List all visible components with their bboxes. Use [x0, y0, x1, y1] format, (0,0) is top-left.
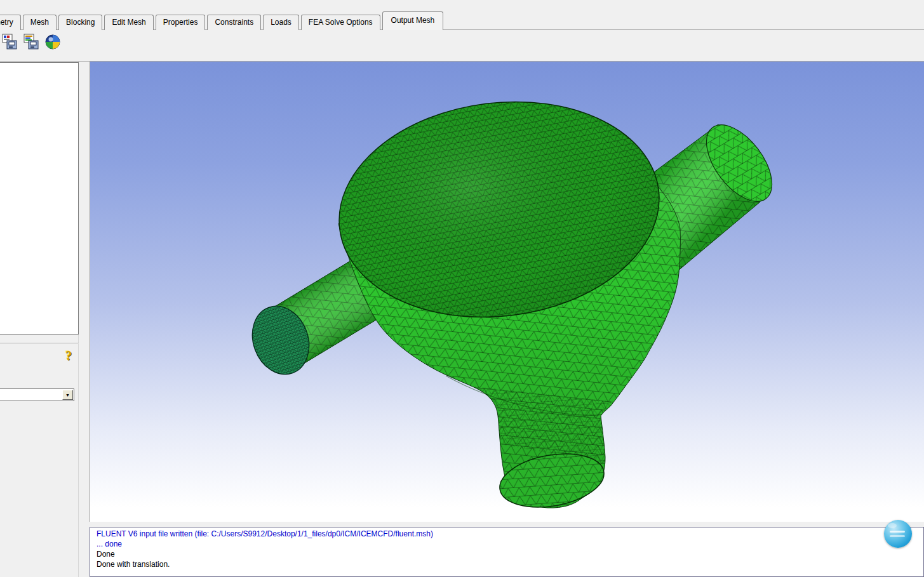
tab-edit-mesh[interactable]: Edit Mesh — [104, 15, 153, 30]
tab-fea-solve-options[interactable]: FEA Solve Options — [301, 15, 380, 30]
message-log[interactable]: FLUENT V6 input file written (file: C:/U… — [90, 527, 924, 577]
tab-bar: Geometry Mesh Blocking Edit Mesh Propert… — [0, 13, 445, 30]
tab-output-mesh[interactable]: Output Mesh — [382, 11, 444, 30]
blue-sphere-icon — [884, 520, 912, 548]
selection-dropdown[interactable]: ▼ — [0, 388, 74, 401]
tab-constraints[interactable]: Constraints — [207, 15, 261, 30]
output-toolbar — [1, 34, 62, 53]
select-solver-icon[interactable] — [1, 34, 18, 50]
tab-geometry[interactable]: Geometry — [0, 15, 21, 30]
write-input-icon[interactable] — [44, 34, 62, 50]
3d-viewport[interactable] — [90, 62, 924, 522]
model-tree-panel[interactable] — [0, 62, 79, 335]
meshed-tee-model[interactable] — [90, 62, 924, 522]
chevron-down-icon[interactable]: ▼ — [62, 390, 73, 400]
boundary-conditions-icon[interactable] — [23, 34, 40, 50]
tab-loads[interactable]: Loads — [263, 15, 299, 30]
log-line: Done — [97, 549, 923, 559]
tab-mesh[interactable]: Mesh — [23, 15, 57, 30]
tab-blocking[interactable]: Blocking — [58, 15, 102, 30]
log-line: ... done — [97, 539, 923, 549]
log-line: FLUENT V6 input file written (file: C:/U… — [97, 529, 923, 539]
tab-properties[interactable]: Properties — [156, 15, 206, 30]
log-line: Done with translation. — [97, 559, 923, 569]
left-panel-divider — [0, 343, 79, 344]
help-icon[interactable]: ? — [62, 348, 75, 362]
